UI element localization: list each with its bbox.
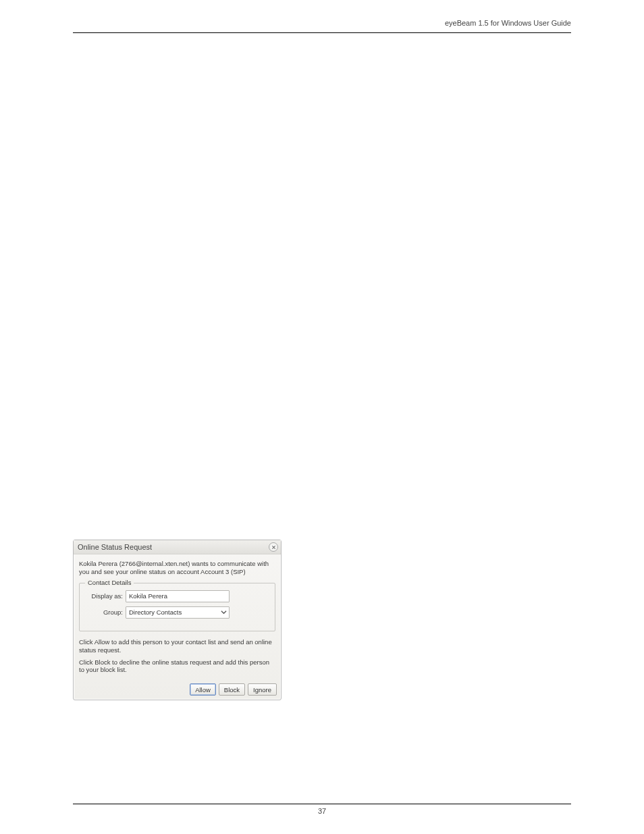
block-button[interactable]: Block <box>219 683 245 696</box>
display-as-row: Display as: <box>85 590 269 602</box>
dialog-titlebar: Online Status Request <box>74 540 281 554</box>
page-header: eyeBeam 1.5 for Windows User Guide <box>73 19 571 33</box>
dialog-buttons: Allow Block Ignore <box>74 681 281 700</box>
display-as-label: Display as: <box>85 592 123 600</box>
fieldset-legend: Contact Details <box>85 579 134 586</box>
close-icon <box>271 545 276 550</box>
ignore-button[interactable]: Ignore <box>248 683 277 696</box>
group-row: Group: Directory Contacts <box>85 606 269 619</box>
display-as-input[interactable] <box>126 590 230 602</box>
document-page: eyeBeam 1.5 for Windows User Guide Onlin… <box>0 0 644 834</box>
dialog-title: Online Status Request <box>78 543 152 551</box>
page-footer: 37 <box>73 804 571 815</box>
header-rule <box>73 32 571 33</box>
group-label: Group: <box>85 608 123 616</box>
instruction-allow: Click Allow to add this person to your c… <box>79 638 275 654</box>
doc-title: eyeBeam 1.5 for Windows User Guide <box>73 19 571 27</box>
dialog-body: Kokila Perera (2766@internal.xten.net) w… <box>74 554 281 681</box>
page-number: 37 <box>73 807 571 815</box>
online-status-request-dialog: Online Status Request Kokila Perera (276… <box>73 540 281 700</box>
group-select[interactable]: Directory Contacts <box>126 606 230 619</box>
request-text: Kokila Perera (2766@internal.xten.net) w… <box>79 560 275 576</box>
footer-rule <box>73 804 571 804</box>
chevron-down-icon <box>221 609 227 615</box>
group-selected-value: Directory Contacts <box>129 608 182 616</box>
page-body: Online Status Request Kokila Perera (276… <box>73 40 571 700</box>
instruction-block: Click Block to decline the online status… <box>79 658 275 675</box>
allow-button[interactable]: Allow <box>190 683 216 696</box>
contact-details-fieldset: Contact Details Display as: Group: Direc… <box>79 583 275 631</box>
close-button[interactable] <box>269 542 278 552</box>
